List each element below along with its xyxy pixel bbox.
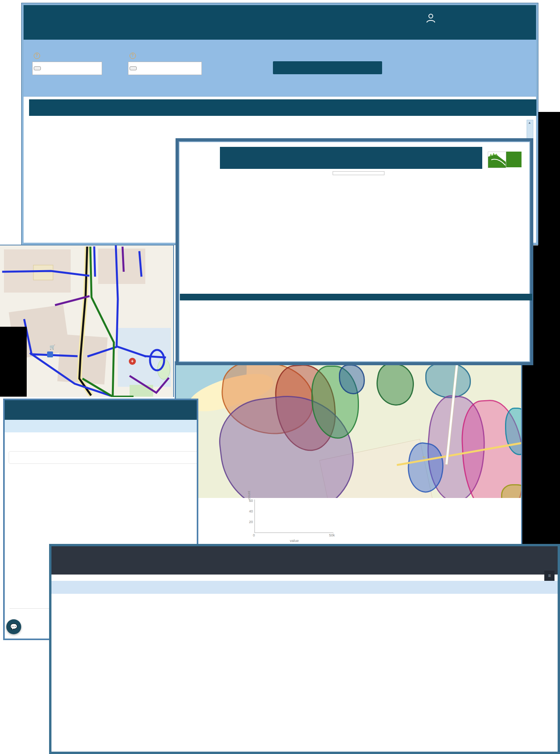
hist-xtick-0: 0 — [253, 533, 255, 537]
road-shield-n39 — [423, 457, 426, 458]
app-header — [24, 5, 536, 40]
dashboard-nav-bar: ≡ — [51, 546, 558, 575]
column-filter-chips — [9, 451, 198, 464]
background-black-strip — [530, 245, 560, 363]
background-black-strip — [538, 112, 560, 245]
circuit-overview-title — [180, 294, 532, 300]
regions-map-window[interactable]: ✈ count 60 40 20 0 50k — [175, 361, 522, 545]
screenshot-canvas: ? ? ▲ — [0, 0, 560, 754]
street-map-window[interactable]: 🛒 + — [0, 245, 174, 397]
upload-section: ? ? — [24, 40, 536, 97]
avi-file-label: ? — [128, 52, 136, 59]
hospital-icon: + — [129, 358, 136, 365]
feeder-selected-bar — [5, 420, 197, 432]
region-polygon-darkgreen[interactable] — [373, 361, 417, 408]
peak-value-histogram — [254, 500, 333, 533]
distribution-chart — [189, 627, 503, 713]
parking-icon — [47, 351, 53, 357]
help-icon[interactable]: ? — [34, 53, 40, 59]
help-icon[interactable]: ? — [130, 53, 136, 59]
hist-xtick-50k: 50k — [329, 533, 335, 537]
choose-files-button[interactable] — [34, 66, 41, 70]
feeder-dashboard-window: ≡ — [49, 544, 560, 754]
report-header — [220, 147, 482, 169]
hist-ylabel: count — [247, 491, 251, 500]
odr-file-label: ? — [32, 52, 40, 59]
street-map-canvas[interactable] — [0, 245, 174, 397]
hist-ytick-20: 20 — [246, 520, 253, 524]
dashboard-selected-feeder-bar — [51, 581, 558, 594]
energyville-logo-art — [488, 152, 506, 168]
hist-ytick-60: 60 — [246, 499, 253, 503]
chat-bubble-button[interactable]: 💬 — [6, 619, 21, 634]
vermogen-chart-legend — [333, 171, 384, 175]
background-black-strip — [522, 363, 560, 546]
kpi-mini-histogram — [477, 258, 523, 284]
shopping-cart-icon: 🛒 — [49, 344, 55, 350]
aggregates-stat-headers — [9, 608, 53, 615]
hist-xlabel: value — [290, 538, 299, 543]
scrollbar-up-arrow[interactable]: ▲ — [527, 120, 533, 126]
energyville-logo-text — [506, 152, 522, 167]
hist-ytick-40: 40 — [246, 509, 253, 513]
peak-value-histogram-panel: count 60 40 20 0 50k value — [176, 498, 521, 545]
measurement-report-window — [176, 138, 533, 365]
choose-files-button[interactable] — [130, 66, 137, 70]
region-polygon-teal[interactable] — [425, 362, 471, 398]
user-icon[interactable] — [425, 12, 437, 24]
upload-files-button[interactable] — [273, 61, 382, 74]
vermogen-chart — [182, 166, 396, 276]
table-header-bar — [29, 99, 536, 116]
feeder-nav-bar — [5, 400, 197, 420]
menu-icon[interactable]: ≡ — [544, 571, 555, 581]
energyville-logo — [488, 152, 522, 167]
avi-file-input[interactable] — [128, 62, 202, 75]
odr-file-input[interactable] — [32, 62, 102, 75]
